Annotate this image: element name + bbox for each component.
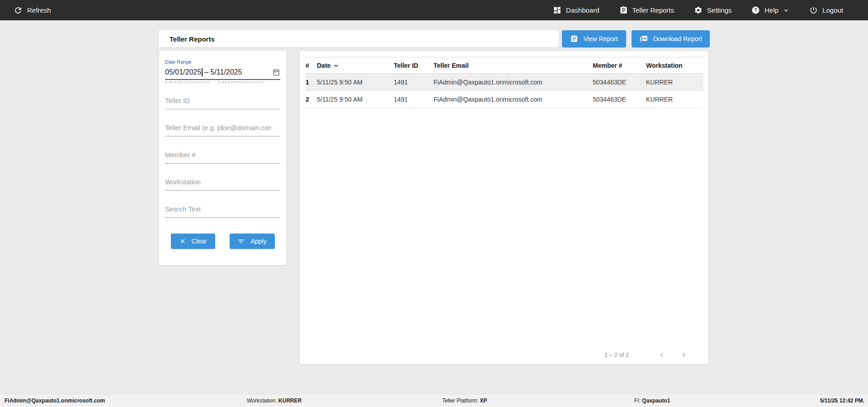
search-text-input[interactable]	[165, 205, 280, 213]
clipboard-icon	[570, 35, 578, 43]
top-nav-right: Dashboard Teller Reports Settings ? Help	[553, 6, 843, 14]
date-range-value-start: 05/01/2025	[165, 68, 201, 76]
column-header-teller-id[interactable]: Teller ID	[394, 57, 434, 74]
cell-row-number: 2	[306, 91, 317, 108]
column-header-member-number[interactable]: Member #	[593, 57, 646, 74]
cell-member-number: 5034463DE	[593, 74, 646, 91]
refresh-icon	[14, 6, 23, 15]
svg-text:PDF: PDF	[642, 37, 647, 40]
status-teller-platform: Teller Platform: XP	[442, 398, 487, 404]
filter-icon	[237, 238, 245, 245]
refresh-button[interactable]: Refresh	[14, 6, 51, 15]
date-range-value-end: – 5/11/2025	[203, 68, 242, 76]
teller-reports-table: # Date Teller ID Teller Email Member # W…	[306, 57, 703, 108]
power-icon	[809, 6, 818, 14]
previous-page-button[interactable]	[651, 351, 673, 359]
refresh-label: Refresh	[27, 6, 51, 14]
status-user-email: FiAdmin@Qaxpauto1.onmicrosoft.com	[5, 398, 105, 404]
cell-workstation: KURRER	[646, 91, 703, 108]
member-number-field	[165, 151, 280, 164]
nav-item-teller-reports[interactable]: Teller Reports	[619, 6, 675, 14]
view-report-label: View Report	[583, 35, 618, 42]
help-icon: ?	[751, 6, 760, 14]
download-report-button[interactable]: PDF Download Report	[632, 30, 710, 47]
cell-row-number: 1	[306, 74, 317, 91]
date-range-input[interactable]: 05/01/2025 – 5/11/2025	[165, 67, 280, 78]
cell-teller-email: FiAdmin@Qaxpauto1.onmicrosoft.com	[434, 91, 593, 108]
page-header: Teller Reports	[159, 30, 559, 47]
teller-email-input[interactable]	[165, 124, 271, 131]
column-header-number[interactable]: #	[306, 57, 317, 74]
nav-item-label: Settings	[707, 6, 731, 14]
filter-buttons-row: Clear Apply	[165, 234, 280, 249]
nav-item-dashboard[interactable]: Dashboard	[553, 6, 599, 14]
report-results-panel: # Date Teller ID Teller Email Member # W…	[299, 51, 709, 365]
view-report-button[interactable]: View Report	[562, 30, 626, 47]
table-header-row: # Date Teller ID Teller Email Member # W…	[306, 57, 703, 74]
nav-item-label: Help	[764, 6, 778, 14]
filter-panel: Date Range 05/01/2025 – 5/11/2025 MM/DD/…	[159, 50, 287, 266]
search-text-field	[165, 205, 280, 218]
pagination-range-text: 1 – 2 of 2	[604, 351, 629, 358]
cell-member-number: 5034463DE	[593, 91, 646, 108]
teller-id-input[interactable]	[165, 97, 280, 104]
column-header-teller-email[interactable]: Teller Email	[434, 57, 593, 74]
table-row[interactable]: 2 5/11/25 9:50 AM 1491 FiAdmin@Qaxpauto1…	[306, 91, 703, 108]
chevron-down-icon	[783, 7, 789, 14]
cell-workstation: KURRER	[646, 74, 703, 91]
calendar-icon[interactable]	[272, 68, 280, 76]
svg-text:?: ?	[754, 7, 757, 13]
cell-date: 5/11/25 9:50 AM	[317, 91, 394, 108]
nav-item-help[interactable]: ? Help	[751, 6, 789, 14]
cell-date: 5/11/25 9:50 AM	[317, 74, 394, 91]
dashboard-icon	[553, 6, 561, 14]
nav-item-logout[interactable]: Logout	[809, 6, 843, 14]
clipboard-icon	[619, 6, 628, 14]
cell-teller-email: FiAdmin@Qaxpauto1.onmicrosoft.com	[434, 74, 593, 91]
workstation-field	[165, 178, 280, 191]
table-row[interactable]: 1 5/11/25 9:50 AM 1491 FiAdmin@Qaxpauto1…	[306, 74, 703, 91]
pdf-download-icon: PDF	[639, 34, 648, 43]
nav-item-label: Dashboard	[566, 6, 599, 14]
page-title: Teller Reports	[170, 35, 215, 43]
status-workstation: Workstation: KURRER	[247, 398, 302, 404]
apply-label: Apply	[250, 238, 266, 245]
gear-icon	[694, 6, 703, 14]
clear-label: Clear	[192, 238, 207, 245]
sort-desc-icon	[333, 62, 340, 69]
status-timestamp: 5/11/25 12:42 PM.	[820, 398, 864, 404]
pagination: 1 – 2 of 2	[604, 351, 695, 359]
status-fi: FI: Qaxpauto1	[634, 398, 670, 404]
date-range-label: Date Range	[165, 59, 280, 65]
date-range-mask-hint: MM/DD/YYYY – MM/DD/YYYY	[165, 80, 280, 83]
column-header-date[interactable]: Date	[317, 57, 394, 74]
apply-button[interactable]: Apply	[230, 234, 275, 249]
close-icon	[179, 238, 186, 245]
cell-teller-id: 1491	[394, 91, 434, 108]
next-page-button[interactable]	[673, 351, 695, 359]
workstation-input[interactable]	[165, 178, 280, 186]
status-bar: FiAdmin@Qaxpauto1.onmicrosoft.com Workst…	[0, 394, 868, 407]
clear-button[interactable]: Clear	[171, 234, 215, 249]
nav-item-label: Teller Reports	[632, 6, 675, 14]
column-header-workstation[interactable]: Workstation	[646, 57, 703, 74]
top-nav-bar: Refresh Dashboard Teller Reports Setting…	[0, 0, 868, 20]
download-report-label: Download Report	[653, 35, 702, 42]
cell-teller-id: 1491	[394, 74, 434, 91]
member-number-input[interactable]	[165, 151, 280, 159]
teller-email-field	[165, 124, 280, 136]
nav-item-settings[interactable]: Settings	[694, 6, 731, 14]
teller-id-field	[165, 97, 280, 109]
nav-item-label: Logout	[822, 6, 843, 14]
